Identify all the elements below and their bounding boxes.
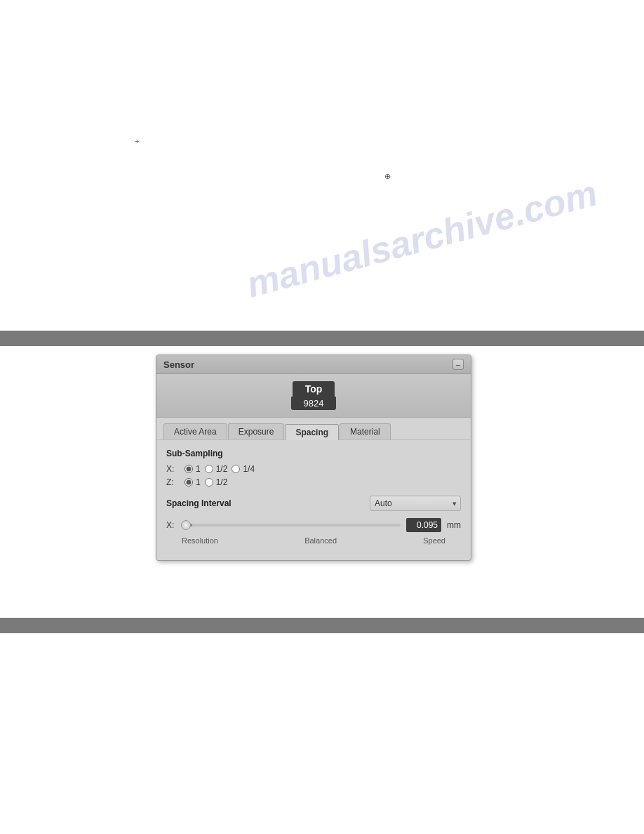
z-radio-half-input[interactable]	[205, 478, 213, 486]
slider-track[interactable]	[186, 524, 401, 527]
subsampling-title: Sub-Sampling	[166, 449, 461, 458]
sensor-header: Top 9824	[156, 374, 471, 418]
spacing-interval-dropdown[interactable]: Auto Manual	[370, 496, 461, 511]
dark-bar-bottom	[0, 618, 644, 633]
x-radio-1-input[interactable]	[185, 465, 193, 473]
slider-prefix: X:	[166, 520, 180, 530]
minimize-button[interactable]: –	[452, 359, 464, 370]
z-radio-half[interactable]: 1/2	[205, 477, 228, 487]
slider-label-resolution: Resolution	[182, 536, 218, 545]
tab-exposure[interactable]: Exposure	[228, 423, 285, 439]
slider-unit: mm	[447, 520, 461, 530]
sensor-badge-container: Top 9824	[291, 381, 337, 410]
z-radio-1-label: 1	[196, 477, 201, 487]
z-radio-row: Z: 1 1/2	[166, 477, 461, 487]
center-icon: ⊕	[384, 172, 391, 181]
z-radio-1-input[interactable]	[185, 478, 193, 486]
x-radio-half[interactable]: 1/2	[205, 464, 228, 474]
sensor-top-label: Top	[293, 381, 335, 397]
x-radio-half-label: 1/2	[216, 464, 228, 474]
x-radio-1[interactable]: 1	[185, 464, 201, 474]
slider-label-balanced: Balanced	[304, 536, 337, 545]
x-radio-row: X: 1 1/2 1/4	[166, 464, 461, 474]
x-radio-quarter-label: 1/4	[243, 464, 255, 474]
panel-bottom	[156, 553, 471, 560]
sensor-panel: Sensor – Top 9824 Active Area Exposure S…	[156, 355, 471, 561]
spacing-interval-row: Spacing Interval Auto Manual	[166, 496, 461, 511]
watermark: manualsarchive.com	[242, 171, 601, 305]
panel-titlebar: Sensor –	[156, 355, 471, 374]
dark-bar-top	[0, 331, 644, 346]
x-radio-quarter-input[interactable]	[232, 465, 240, 473]
z-label: Z:	[166, 477, 180, 487]
tab-spacing[interactable]: Spacing	[285, 424, 339, 440]
tab-material[interactable]: Material	[340, 423, 391, 439]
x-slider-row: X: 0.095 mm	[166, 518, 461, 532]
x-radio-quarter[interactable]: 1/4	[232, 464, 255, 474]
spacing-interval-dropdown-wrapper[interactable]: Auto Manual	[370, 496, 461, 511]
plus-icon: +	[135, 137, 139, 145]
tab-active-area[interactable]: Active Area	[163, 423, 227, 439]
slider-label-speed: Speed	[423, 536, 445, 545]
x-radio-1-label: 1	[196, 464, 201, 474]
slider-labels: Resolution Balanced Speed	[166, 536, 461, 545]
slider-value: 0.095	[406, 518, 441, 532]
x-label: X:	[166, 464, 180, 474]
sensor-number: 9824	[291, 397, 337, 410]
panel-title: Sensor	[163, 359, 194, 370]
z-radio-half-label: 1/2	[216, 477, 228, 487]
slider-thumb[interactable]	[181, 520, 191, 530]
tabs-row: Active Area Exposure Spacing Material	[156, 418, 471, 440]
z-radio-1[interactable]: 1	[185, 477, 201, 487]
spacing-interval-label: Spacing Interval	[166, 498, 363, 508]
x-radio-half-input[interactable]	[205, 465, 213, 473]
panel-content: Sub-Sampling X: 1 1/2 1/4 Z: 1	[156, 440, 471, 553]
